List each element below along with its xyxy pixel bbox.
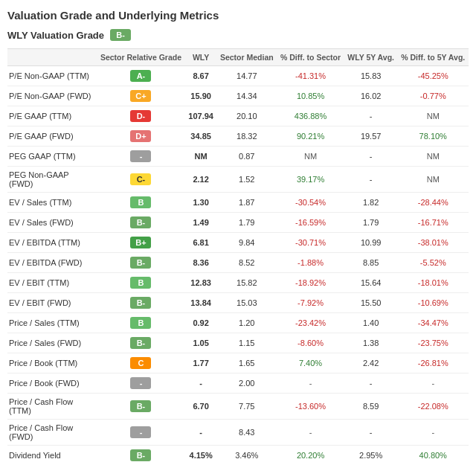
metric-name: Price / Book (FWD): [7, 373, 97, 394]
diff-sector: -30.71%: [277, 233, 344, 253]
table-row: PEG GAAP (TTM)-NM0.87NM-NM: [7, 147, 469, 167]
grade-badge: B-: [130, 449, 151, 461]
table-row: Price / Cash Flow (TTM)B-6.707.75-13.60%…: [7, 394, 469, 420]
sector-grade-cell: B-: [97, 394, 185, 420]
wly-value: 6.81: [185, 233, 216, 253]
avg-5y: 19.57: [344, 126, 398, 147]
diff-sector: 90.21%: [277, 126, 344, 147]
wly-value: 1.30: [185, 193, 216, 213]
sector-median: 18.32: [216, 126, 277, 147]
table-row: PEG Non-GAAP (FWD)C-2.121.5239.17%-NM: [7, 167, 469, 193]
sector-median: 1.15: [216, 333, 277, 353]
avg-5y: 8.85: [344, 253, 398, 273]
metric-name: Price / Cash Flow (FWD): [7, 420, 97, 446]
avg-5y: 15.83: [344, 66, 398, 86]
sector-grade-cell: C: [97, 353, 185, 373]
avg-5y: 1.38: [344, 333, 398, 353]
metric-name: EV / EBIT (TTM): [7, 273, 97, 293]
metric-name: P/E Non-GAAP (TTM): [7, 66, 97, 86]
grade-badge: B: [130, 317, 151, 329]
avg-5y: 8.59: [344, 394, 398, 420]
diff-sector: -13.60%: [277, 394, 344, 420]
diff-sector: -: [277, 420, 344, 446]
table-row: EV / EBITDA (TTM)B+6.819.84-30.71%10.99-…: [7, 233, 469, 253]
diff-sector: -23.42%: [277, 313, 344, 333]
sector-grade-cell: B-: [97, 253, 185, 273]
metric-name: EV / EBITDA (FWD): [7, 253, 97, 273]
avg-5y: -: [344, 147, 398, 167]
sector-grade-cell: B: [97, 313, 185, 333]
avg-5y: -: [344, 167, 398, 193]
sector-median: 1.87: [216, 193, 277, 213]
avg-5y: 15.50: [344, 293, 398, 313]
table-row: EV / EBIT (TTM)B12.8315.82-18.92%15.64-1…: [7, 273, 469, 293]
page-title: Valuation Grade and Underlying Metrics: [7, 9, 469, 22]
table-row: EV / EBITDA (FWD)B-8.368.52-1.88%8.85-5.…: [7, 253, 469, 273]
diff-sector: NM: [277, 147, 344, 167]
sector-median: 7.75: [216, 394, 277, 420]
diff-sector: -7.92%: [277, 293, 344, 313]
diff-5y: -: [398, 420, 469, 446]
table-row: Price / Book (FWD)--2.00---: [7, 373, 469, 394]
metric-name: EV / EBITDA (TTM): [7, 233, 97, 253]
grade-badge: B+: [130, 237, 151, 248]
grade-badge: B-: [130, 257, 151, 269]
grade-badge: B: [130, 277, 151, 289]
wly-value: 15.90: [185, 86, 216, 106]
grade-badge: C+: [130, 90, 151, 102]
col-diff-5y: % Diff. to 5Y Avg.: [398, 49, 469, 66]
grade-badge: -: [130, 426, 151, 438]
avg-5y: 2.95%: [344, 446, 398, 463]
sector-median: 20.10: [216, 106, 277, 126]
sector-grade-cell: B-: [97, 213, 185, 233]
col-sector-median: Sector Median: [216, 49, 277, 66]
table-row: Dividend YieldB-4.15%3.46%20.20%2.95%40.…: [7, 446, 469, 463]
diff-5y: 78.10%: [398, 126, 469, 147]
table-row: EV / Sales (FWD)B-1.491.79-16.59%1.79-16…: [7, 213, 469, 233]
grade-badge: B-: [130, 216, 151, 228]
metric-name: Price / Cash Flow (TTM): [7, 394, 97, 420]
avg-5y: -: [344, 373, 398, 394]
col-avg-5y: WLY 5Y Avg.: [344, 49, 398, 66]
diff-sector: -1.88%: [277, 253, 344, 273]
diff-5y: -22.08%: [398, 394, 469, 420]
sector-median: 1.65: [216, 353, 277, 373]
wly-value: 1.05: [185, 333, 216, 353]
avg-5y: 2.42: [344, 353, 398, 373]
grade-badge: -: [130, 377, 151, 389]
table-row: Price / Sales (TTM)B0.921.20-23.42%1.40-…: [7, 313, 469, 333]
metric-name: PEG GAAP (TTM): [7, 147, 97, 167]
sector-grade-cell: -: [97, 373, 185, 394]
diff-5y: 40.80%: [398, 446, 469, 463]
diff-5y: -5.52%: [398, 253, 469, 273]
sector-grade-cell: B-: [97, 293, 185, 313]
table-row: P/E Non-GAAP (FWD)C+15.9014.3410.85%16.0…: [7, 86, 469, 106]
diff-sector: -8.60%: [277, 333, 344, 353]
table-row: Price / Cash Flow (FWD)--8.43---: [7, 420, 469, 446]
diff-sector: 7.40%: [277, 353, 344, 373]
diff-5y: -38.01%: [398, 233, 469, 253]
sector-grade-cell: -: [97, 147, 185, 167]
metric-name: EV / EBIT (FWD): [7, 293, 97, 313]
col-wly: WLY: [185, 49, 216, 66]
sector-median: 8.43: [216, 420, 277, 446]
wly-value: -: [185, 373, 216, 394]
wly-value: 13.84: [185, 293, 216, 313]
grade-badge: B-: [130, 337, 151, 349]
table-row: EV / Sales (TTM)B1.301.87-30.54%1.82-28.…: [7, 193, 469, 213]
diff-5y: NM: [398, 147, 469, 167]
wly-value: 34.85: [185, 126, 216, 147]
diff-5y: -34.47%: [398, 313, 469, 333]
col-metric: [7, 49, 97, 66]
metric-name: P/E GAAP (FWD): [7, 126, 97, 147]
sector-grade-cell: C+: [97, 86, 185, 106]
section-label: WLY Valuation Grade: [7, 30, 104, 41]
wly-value: NM: [185, 147, 216, 167]
wly-value: 6.70: [185, 394, 216, 420]
diff-sector: 20.20%: [277, 446, 344, 463]
wly-value: 107.94: [185, 106, 216, 126]
sector-median: 1.20: [216, 313, 277, 333]
wly-value: -: [185, 420, 216, 446]
wly-value: 1.49: [185, 213, 216, 233]
metric-name: Dividend Yield: [7, 446, 97, 463]
